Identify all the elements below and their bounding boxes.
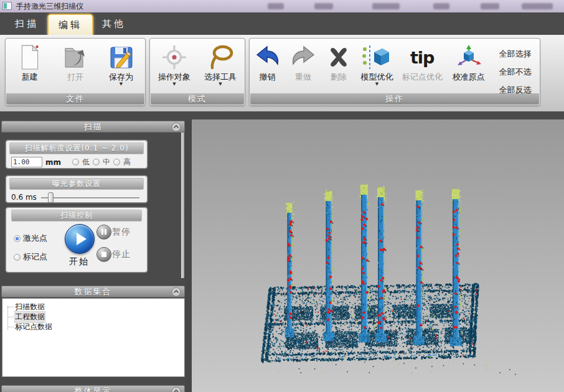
dropdown-caret-icon: ▼ [172,82,176,86]
titlebar-ghost-text [268,3,284,9]
exposure-box: 曝光参数设置 0.6 ms [6,175,148,203]
level-low-radio[interactable] [72,159,79,166]
undo-icon [254,42,281,72]
dataset-section-header: 数据集合 [1,286,185,297]
app-icon [2,2,12,10]
calibrate-origin-button[interactable]: 校准原点 [447,41,491,82]
pause-label: 暂停 [112,226,131,238]
delete-button[interactable]: 删除 [321,41,356,82]
group-label-file: 文件 [6,93,144,105]
save-as-button[interactable]: 保存为 ▼ [100,41,143,86]
ribbon-group-mode: 操作对象 ▼ 选择工具 ▼ 模式 [149,38,245,106]
scan-control-box: 扫描控制 激光点 标记点 开始 暂停 停止 [6,207,148,273]
level-mid-radio[interactable] [93,159,100,166]
radio-on-icon [14,235,21,242]
redo-icon [289,42,317,72]
dropdown-caret-icon: ▼ [120,82,123,86]
redo-button[interactable]: 重做 [285,41,321,82]
ribbon-group-operation: 撤销 重做 删除 模型 [249,38,540,106]
select-tool-button[interactable]: 选择工具 ▼ [199,41,242,86]
scan-section-header: 扫描 [1,121,185,133]
tree-guide-line [7,306,8,330]
new-document-icon [19,42,40,72]
titlebar-ghost-text [522,3,553,9]
dropdown-caret-icon: ▼ [375,82,378,86]
collapse-chevron-icon[interactable] [171,122,181,132]
level-high-radio[interactable] [113,159,120,166]
titlebar-ghost-text [372,3,400,9]
titlebar-ghost-text [481,3,499,9]
model-optimize-button[interactable]: 模型优化 ▼ [356,41,397,86]
scan-section-edge [181,121,184,278]
tree-item-scan-data[interactable]: 扫描数据 [6,302,184,312]
target-crosshair-icon [161,42,187,72]
tab-other[interactable]: 其他 [93,12,134,35]
delete-x-icon [326,42,352,72]
titlebar-ghost-text [314,3,333,9]
exposure-value: 0.6 ms [11,193,37,202]
viewport-3d[interactable] [192,119,564,392]
stop-label: 停止 [112,249,131,260]
resolution-input[interactable] [11,157,42,167]
select-all-button[interactable]: 全部选择 [499,49,531,60]
group-label-mode: 模式 [151,93,244,105]
exposure-box-title: 曝光参数设置 [9,178,144,190]
operate-object-button[interactable]: 操作对象 ▼ [153,41,196,86]
ribbon-tabbar: 扫描 编辑 其他 [0,12,564,35]
resolution-box-title: 扫描解析度设置(0.1 ~ 2.0) [9,142,144,154]
stop-button[interactable] [96,247,111,262]
panel-splitter[interactable] [185,119,192,392]
viewport-canvas[interactable] [192,119,564,392]
pause-button[interactable] [96,225,111,240]
titlebar[interactable]: 手持激光三维扫描仪 [0,0,564,13]
laser-point-radio[interactable]: 激光点 [14,233,47,244]
open-button[interactable]: 打开 [54,41,97,82]
marker-point-radio[interactable]: 标记点 [14,251,47,263]
undo-button[interactable]: 撤销 [250,41,285,82]
new-button[interactable]: 新建 [8,41,52,82]
resolution-unit: mm [45,158,61,167]
dataset-tree: 扫描数据 工程数据 标记点数据 [2,298,185,377]
exposure-slider-thumb[interactable] [48,192,54,203]
scan-control-title: 扫描控制 [11,210,142,222]
tip-logo-icon: tip [410,42,435,72]
radio-off-icon [14,254,21,261]
select-none-button[interactable]: 全部不选 [499,67,531,78]
tree-item-project-data[interactable]: 工程数据 [6,312,184,322]
lasso-icon [207,42,234,72]
main-area: 扫描 扫描解析度设置(0.1 ~ 2.0) mm 低 中 高 曝光参数设置 0.… [0,111,564,392]
tab-scan[interactable]: 扫描 [6,12,47,35]
marker-optimize-button[interactable]: tip 标记点优化 [398,41,447,82]
ribbon-group-file: 新建 打开 保存为 ▼ 文件 [5,38,146,106]
collapse-chevron-icon[interactable] [171,386,181,392]
exposure-slider[interactable] [41,197,139,198]
resolution-box: 扫描解析度设置(0.1 ~ 2.0) mm 低 中 高 [6,140,148,169]
start-scan-button[interactable] [65,224,95,254]
window-title: 手持激光三维扫描仪 [16,1,83,12]
group-label-operation: 操作 [250,93,539,105]
tree-item-marker-data[interactable]: 标记点数据 [6,322,184,332]
save-floppy-icon [109,42,134,72]
dropdown-caret-icon: ▼ [219,82,222,86]
start-label: 开始 [65,256,93,268]
tab-edit[interactable]: 编辑 [47,14,93,35]
origin-axes-cube-icon [454,42,483,72]
display-section-header: 整体显示 [1,385,185,392]
open-folder-icon [63,42,88,72]
application-window: 手持激光三维扫描仪 扫描 编辑 其他 新建 [0,0,564,392]
model-optimize-icon [362,42,391,72]
ribbon: 新建 打开 保存为 ▼ 文件 [0,35,564,112]
selection-buttons: 全部选择 全部不选 全部反选 [491,41,540,96]
titlebar-ghost-text [433,3,449,9]
collapse-chevron-icon[interactable] [171,287,181,297]
